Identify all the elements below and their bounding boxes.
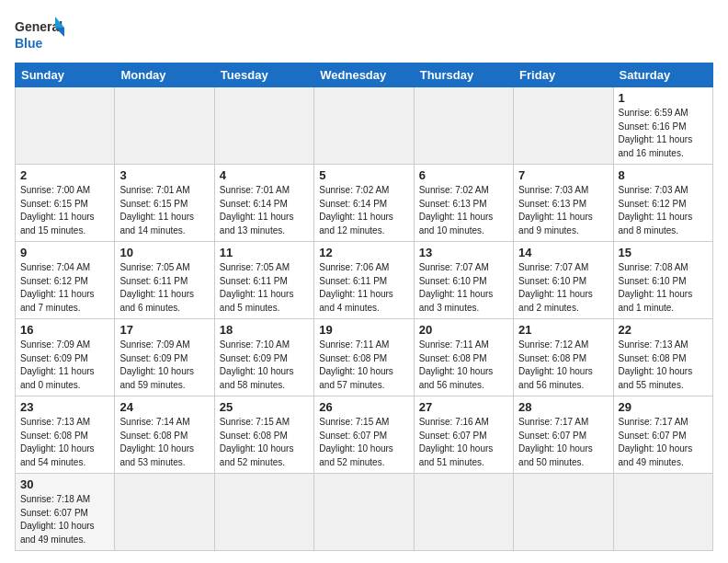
day-number: 4 (220, 168, 309, 182)
calendar-week-row-3: 16Sunrise: 7:09 AM Sunset: 6:09 PM Dayli… (16, 319, 713, 396)
day-info: Sunrise: 7:01 AM Sunset: 6:14 PM Dayligh… (220, 184, 309, 237)
calendar-cell: 9Sunrise: 7:04 AM Sunset: 6:12 PM Daylig… (16, 242, 115, 319)
day-info: Sunrise: 7:05 AM Sunset: 6:11 PM Dayligh… (119, 261, 209, 315)
calendar-cell (514, 87, 613, 165)
day-number: 18 (220, 323, 309, 337)
day-number: 23 (20, 400, 109, 414)
day-number: 30 (20, 477, 109, 491)
day-info: Sunrise: 7:18 AM Sunset: 6:07 PM Dayligh… (20, 493, 109, 546)
calendar-cell (414, 474, 513, 551)
day-number: 6 (419, 168, 508, 182)
calendar-cell: 14Sunrise: 7:07 AM Sunset: 6:10 PM Dayli… (514, 242, 613, 319)
calendar-cell: 22Sunrise: 7:13 AM Sunset: 6:08 PM Dayli… (613, 319, 712, 396)
calendar-cell (514, 474, 613, 551)
day-number: 29 (619, 400, 708, 414)
day-info: Sunrise: 7:08 AM Sunset: 6:10 PM Dayligh… (619, 261, 708, 315)
day-number: 27 (419, 400, 508, 414)
day-number: 11 (220, 246, 309, 259)
calendar-cell: 12Sunrise: 7:06 AM Sunset: 6:11 PM Dayli… (314, 242, 414, 319)
day-number: 24 (119, 400, 209, 414)
day-info: Sunrise: 7:11 AM Sunset: 6:08 PM Dayligh… (419, 339, 508, 392)
calendar-cell: 19Sunrise: 7:11 AM Sunset: 6:08 PM Dayli… (314, 319, 414, 396)
day-info: Sunrise: 7:13 AM Sunset: 6:08 PM Dayligh… (20, 416, 109, 469)
day-info: Sunrise: 7:14 AM Sunset: 6:08 PM Dayligh… (119, 416, 209, 469)
calendar-cell (214, 87, 313, 165)
calendar-cell: 1Sunrise: 6:59 AM Sunset: 6:16 PM Daylig… (613, 87, 712, 165)
day-number: 7 (518, 168, 608, 182)
day-number: 16 (20, 323, 109, 337)
day-info: Sunrise: 7:02 AM Sunset: 6:13 PM Dayligh… (419, 184, 508, 237)
day-info: Sunrise: 7:16 AM Sunset: 6:07 PM Dayligh… (419, 416, 508, 469)
calendar-cell: 18Sunrise: 7:10 AM Sunset: 6:09 PM Dayli… (214, 319, 313, 396)
svg-marker-2 (55, 17, 64, 28)
calendar-cell: 26Sunrise: 7:15 AM Sunset: 6:07 PM Dayli… (314, 396, 414, 474)
calendar-cell (16, 87, 115, 165)
calendar-cell: 3Sunrise: 7:01 AM Sunset: 6:15 PM Daylig… (115, 165, 214, 242)
day-number: 20 (419, 323, 508, 337)
day-info: Sunrise: 7:17 AM Sunset: 6:07 PM Dayligh… (619, 416, 708, 469)
logo: General Blue (15, 15, 65, 53)
calendar-cell: 16Sunrise: 7:09 AM Sunset: 6:09 PM Dayli… (16, 319, 115, 396)
day-info: Sunrise: 7:15 AM Sunset: 6:08 PM Dayligh… (220, 416, 309, 469)
day-number: 15 (619, 246, 708, 259)
day-number: 19 (319, 323, 408, 337)
calendar-cell: 11Sunrise: 7:05 AM Sunset: 6:11 PM Dayli… (214, 242, 313, 319)
svg-text:Blue: Blue (15, 36, 43, 51)
day-info: Sunrise: 7:05 AM Sunset: 6:11 PM Dayligh… (220, 261, 309, 315)
calendar-week-row-2: 9Sunrise: 7:04 AM Sunset: 6:12 PM Daylig… (16, 242, 713, 319)
day-info: Sunrise: 7:12 AM Sunset: 6:08 PM Dayligh… (518, 339, 608, 392)
calendar-week-row-5: 30Sunrise: 7:18 AM Sunset: 6:07 PM Dayli… (16, 474, 713, 551)
day-info: Sunrise: 7:06 AM Sunset: 6:11 PM Dayligh… (319, 261, 408, 315)
calendar-table: SundayMondayTuesdayWednesdayThursdayFrid… (15, 63, 713, 551)
weekday-header-wednesday: Wednesday (314, 63, 414, 87)
day-number: 8 (619, 168, 708, 182)
calendar-cell: 24Sunrise: 7:14 AM Sunset: 6:08 PM Dayli… (115, 396, 214, 474)
day-number: 10 (119, 246, 209, 259)
calendar-cell: 7Sunrise: 7:03 AM Sunset: 6:13 PM Daylig… (514, 165, 613, 242)
weekday-header-saturday: Saturday (613, 63, 712, 87)
calendar-cell: 8Sunrise: 7:03 AM Sunset: 6:12 PM Daylig… (613, 165, 712, 242)
calendar-cell: 21Sunrise: 7:12 AM Sunset: 6:08 PM Dayli… (514, 319, 613, 396)
weekday-header-sunday: Sunday (16, 63, 115, 87)
day-number: 5 (319, 168, 408, 182)
calendar-cell: 5Sunrise: 7:02 AM Sunset: 6:14 PM Daylig… (314, 165, 414, 242)
calendar-cell: 29Sunrise: 7:17 AM Sunset: 6:07 PM Dayli… (613, 396, 712, 474)
day-info: Sunrise: 7:04 AM Sunset: 6:12 PM Dayligh… (20, 261, 109, 315)
day-number: 17 (119, 323, 209, 337)
calendar-cell: 28Sunrise: 7:17 AM Sunset: 6:07 PM Dayli… (514, 396, 613, 474)
day-info: Sunrise: 7:15 AM Sunset: 6:07 PM Dayligh… (319, 416, 408, 469)
day-number: 22 (619, 323, 708, 337)
logo-svg: General Blue (15, 15, 65, 53)
calendar-cell (214, 474, 313, 551)
day-info: Sunrise: 7:13 AM Sunset: 6:08 PM Dayligh… (619, 339, 708, 392)
day-info: Sunrise: 7:09 AM Sunset: 6:09 PM Dayligh… (119, 339, 209, 392)
calendar-cell: 20Sunrise: 7:11 AM Sunset: 6:08 PM Dayli… (414, 319, 513, 396)
calendar-cell: 13Sunrise: 7:07 AM Sunset: 6:10 PM Dayli… (414, 242, 513, 319)
calendar-cell (314, 87, 414, 165)
day-number: 1 (619, 91, 708, 105)
calendar-cell: 27Sunrise: 7:16 AM Sunset: 6:07 PM Dayli… (414, 396, 513, 474)
day-number: 28 (518, 400, 608, 414)
page-header: General Blue (15, 15, 713, 53)
day-number: 25 (220, 400, 309, 414)
day-info: Sunrise: 7:02 AM Sunset: 6:14 PM Dayligh… (319, 184, 408, 237)
calendar-cell: 30Sunrise: 7:18 AM Sunset: 6:07 PM Dayli… (16, 474, 115, 551)
calendar-cell: 23Sunrise: 7:13 AM Sunset: 6:08 PM Dayli… (16, 396, 115, 474)
day-number: 2 (20, 168, 109, 182)
calendar-cell: 17Sunrise: 7:09 AM Sunset: 6:09 PM Dayli… (115, 319, 214, 396)
calendar-week-row-1: 2Sunrise: 7:00 AM Sunset: 6:15 PM Daylig… (16, 165, 713, 242)
day-number: 26 (319, 400, 408, 414)
day-info: Sunrise: 7:00 AM Sunset: 6:15 PM Dayligh… (20, 184, 109, 237)
day-info: Sunrise: 7:03 AM Sunset: 6:12 PM Dayligh… (619, 184, 708, 237)
day-number: 9 (20, 246, 109, 259)
calendar-cell (414, 87, 513, 165)
weekday-header-monday: Monday (115, 63, 214, 87)
calendar-cell: 15Sunrise: 7:08 AM Sunset: 6:10 PM Dayli… (613, 242, 712, 319)
calendar-cell (314, 474, 414, 551)
calendar-week-row-0: 1Sunrise: 6:59 AM Sunset: 6:16 PM Daylig… (16, 87, 713, 165)
day-info: Sunrise: 7:11 AM Sunset: 6:08 PM Dayligh… (319, 339, 408, 392)
calendar-cell: 6Sunrise: 7:02 AM Sunset: 6:13 PM Daylig… (414, 165, 513, 242)
day-info: Sunrise: 7:07 AM Sunset: 6:10 PM Dayligh… (518, 261, 608, 315)
day-number: 3 (119, 168, 209, 182)
day-info: Sunrise: 7:01 AM Sunset: 6:15 PM Dayligh… (119, 184, 209, 237)
